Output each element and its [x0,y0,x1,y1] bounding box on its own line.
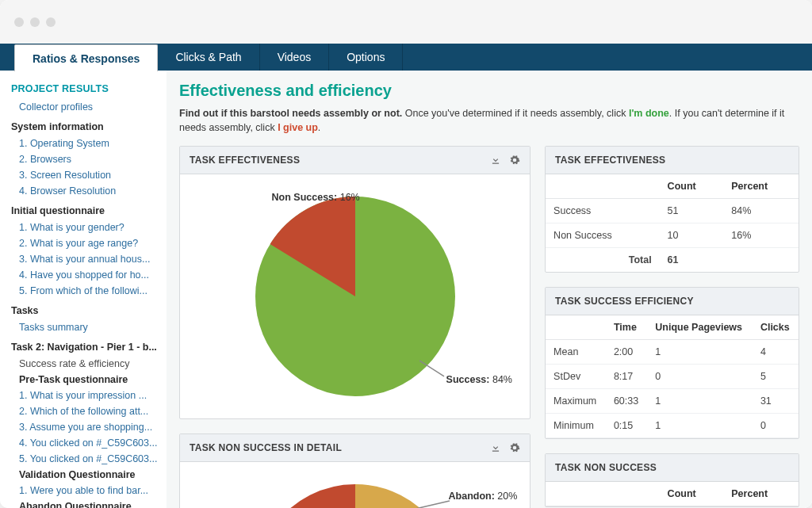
download-icon[interactable] [490,155,501,166]
sidebar-item[interactable]: 1. Operating System [11,136,159,151]
th-count: Count [660,482,724,506]
tab-options[interactable]: Options [329,44,403,71]
th-unique: Unique Pageviews [647,315,753,340]
tab-videos[interactable]: Videos [260,44,330,71]
browser-chrome [0,0,812,44]
pie-chart-effectiveness: Non Success: 16% Success: 84% [244,185,466,407]
tabs-bar: Ratios & Responses Clicks & Path Videos … [0,44,812,71]
sidebar-item[interactable]: Pre-Task questionnaire [11,372,159,388]
th [546,482,660,506]
sidebar-item[interactable]: 2. Which of the following att... [11,403,159,419]
sidebar-item[interactable]: 4. You clicked on #_C59C603... [11,435,159,451]
panel-title: TASK EFFECTIVENESS [190,155,300,166]
sidebar-item[interactable]: 4. Browser Resolution [11,183,159,199]
efficiency-table: Time Unique Pageviews Clicks Mean2:0014 … [546,315,799,438]
svg-line-2 [416,501,450,508]
th-clicks: Clicks [753,315,799,340]
intro-text: . [318,122,320,133]
nonsuccess-table: Count Percent [546,482,799,506]
panel-title: TASK NON SUCCESS IN DETAIL [190,442,342,453]
table-row-total: Total 61 [546,248,799,273]
sidebar-item[interactable]: Task 2: Navigation - Pier 1 - b... [11,342,159,353]
th-count: Count [660,174,724,199]
pie-label-nonsuccess: Non Success: 16% [272,192,360,203]
task-intro: Find out if this barstool needs assembly… [179,106,799,135]
sidebar-item[interactable]: 2. What is your age range? [11,235,159,251]
sidebar-item[interactable]: Tasks [11,305,159,316]
tab-clicks-path[interactable]: Clicks & Path [158,44,259,71]
th-percent: Percent [723,174,799,199]
panel-task-nonsuccess-chart: TASK NON SUCCESS IN DETAIL [179,434,530,508]
sidebar-item[interactable]: 5. You clicked on #_C59C603... [11,451,159,467]
sidebar-item[interactable]: 1. What is your gender? [11,220,159,235]
table-row: Success 51 84% [546,199,799,223]
panel-title: TASK EFFECTIVENESS [555,155,665,166]
th [546,315,606,340]
pie-chart-nonsuccess: Abandon: 20% [244,473,466,508]
table-row: Mean2:0014 [546,340,799,365]
sidebar-item[interactable]: Success rate & efficiency [11,356,159,372]
sidebar-item[interactable]: Collector profiles [11,99,159,115]
sidebar-item[interactable]: Abandon Questionnaire [11,498,159,508]
intro-text: Once you've determined if it needs assem… [402,108,629,119]
window-dot [30,17,40,27]
table-row: Minimum0:1510 [546,414,799,438]
sidebar-item[interactable]: Validation Questionnaire [11,467,159,483]
sidebar-item[interactable]: 3. Assume you are shopping... [11,419,159,435]
gear-icon[interactable] [509,155,520,166]
browser-frame: Ratios & Responses Clicks & Path Videos … [0,0,812,508]
panel-task-nonsuccess-table: TASK NON SUCCESS Count Percent [545,453,799,507]
gear-icon[interactable] [509,442,520,453]
table-row: StDev8:1705 [546,365,799,389]
sidebar-item[interactable]: 3. What is your annual hous... [11,251,159,267]
window-dot [46,17,56,27]
panel-task-effectiveness-chart: TASK EFFECTIVENESS [179,146,530,419]
sidebar-item[interactable]: 4. Have you shopped for ho... [11,267,159,283]
panel-task-success-efficiency: TASK SUCCESS EFFICIENCY Time Unique Page… [545,287,799,439]
sidebar-item[interactable]: 5. From which of the followi... [11,283,159,299]
th-percent: Percent [723,482,799,506]
sidebar-heading: PROJECT RESULTS [11,83,159,94]
panel-title: TASK SUCCESS EFFICIENCY [555,296,694,307]
table-row: Maximum60:33131 [546,389,799,414]
panel-title: TASK NON SUCCESS [555,462,657,473]
intro-done: I'm done [629,108,669,119]
window-dot [14,17,24,27]
intro-bold: Find out if this barstool needs assembly… [179,108,402,119]
th [546,174,660,199]
download-icon[interactable] [490,442,501,453]
sidebar-item[interactable]: Initial questionnaire [11,205,159,216]
sidebar-item[interactable]: 2. Browsers [11,151,159,167]
main-content: Effectiveness and efficiency Find out if… [167,71,812,508]
sidebar: PROJECT RESULTS Collector profilesSystem… [0,71,167,508]
sidebar-item[interactable]: 3. Screen Resolution [11,167,159,183]
pie-label-success: Success: 84% [446,374,512,385]
sidebar-item[interactable]: 1. Were you able to find bar... [11,483,159,498]
sidebar-item[interactable]: Tasks summary [11,319,159,335]
sidebar-item[interactable]: 1. What is your impression ... [11,388,159,403]
page-title: Effectiveness and efficiency [179,82,799,100]
sidebar-item[interactable]: System information [11,121,159,132]
tab-ratios-responses[interactable]: Ratios & Responses [14,44,158,71]
table-row: Non Success 10 16% [546,223,799,248]
intro-giveup: I give up [278,122,318,133]
th-time: Time [606,315,647,340]
effectiveness-table: Count Percent Success 51 84% [546,174,799,272]
panel-task-effectiveness-table: TASK EFFECTIVENESS Count Percent [545,146,799,273]
pie-label-abandon: Abandon: 20% [449,491,518,502]
